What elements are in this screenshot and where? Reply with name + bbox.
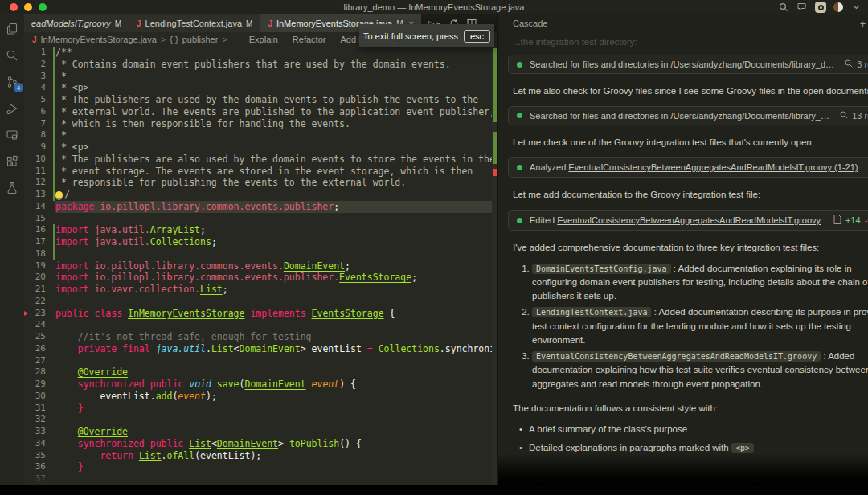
- git-removed-marker: [24, 311, 28, 316]
- tool-call-card[interactable]: Edited EventualConsistencyBetweenAggrega…: [508, 210, 868, 231]
- code-text: /**: [55, 47, 497, 59]
- code-line: 35 return List.ofAll(eventList);: [24, 450, 497, 462]
- search-result-icon: [840, 111, 848, 121]
- code-text: * external world. The events are publish…: [55, 106, 497, 118]
- remote-explorer-icon[interactable]: [4, 127, 20, 143]
- code-line: 34 synchronized public List<DomainEvent>…: [24, 438, 497, 450]
- document-icon[interactable]: [833, 215, 841, 226]
- extensions-icon[interactable]: [4, 153, 20, 170]
- line-number: 11: [24, 166, 53, 178]
- code-line: 2 * Contains domain event publishers tha…: [24, 59, 497, 71]
- file-link[interactable]: EventualConsistencyBetweenAggregatesAndR…: [557, 215, 821, 225]
- line-number: 9: [24, 141, 53, 153]
- minimize-window-button[interactable]: [24, 3, 32, 11]
- code-line: 4 * <p>: [24, 82, 497, 94]
- avatar[interactable]: [833, 2, 843, 12]
- code-line: 15: [24, 213, 497, 225]
- tool-call-card[interactable]: Analyzed EventualConsistencyBetweenAggre…: [508, 157, 868, 178]
- code-line: 26 private final java.util.List<DomainEv…: [24, 343, 497, 355]
- java-file-icon: J: [32, 35, 37, 44]
- code-text: eventList.add(event);: [55, 391, 497, 403]
- run-debug-icon[interactable]: [4, 100, 20, 117]
- status-dot-icon: [517, 62, 522, 68]
- code-line: 22: [24, 296, 497, 308]
- line-number: 19: [24, 260, 53, 272]
- tab-readmodelsit-groovy[interactable]: eadModelsIT.groovy M: [24, 14, 129, 32]
- symbol-icon: { }: [170, 35, 178, 44]
- lightbulb-icon[interactable]: [55, 191, 63, 198]
- chevron-down-icon[interactable]: [850, 2, 862, 13]
- app-logo[interactable]: [815, 2, 826, 13]
- window-controls: [10, 3, 47, 11]
- code-line: 13/: [24, 189, 497, 201]
- app-window: library_demo — InMemoryEventsStorage.jav…: [0, 0, 868, 495]
- lines-added: +14: [845, 215, 861, 225]
- code-line: 9 * <p>: [24, 141, 497, 153]
- search-result-icon: [845, 59, 853, 69]
- status-dot-icon: [517, 112, 522, 118]
- overview-ruler[interactable]: [492, 47, 497, 485]
- code-text: import io.pillopl.library.commons.events…: [55, 260, 497, 272]
- search-sidebar-icon[interactable]: [4, 47, 20, 63]
- tool-call-result: 13 results: [840, 111, 868, 121]
- source-control-icon[interactable]: 4: [4, 74, 20, 90]
- code-text: [55, 414, 497, 426]
- assistant-text-faded: ...the integration test directory:: [513, 37, 868, 47]
- code-text: * <p>: [55, 141, 497, 153]
- java-file-icon: J: [137, 19, 141, 28]
- breadcrumb-symbol[interactable]: publisher: [182, 35, 219, 44]
- panel-title: Cascade: [513, 18, 860, 28]
- line-number: 32: [24, 414, 53, 426]
- code-line: 31 }: [24, 403, 497, 415]
- files-icon[interactable]: [4, 21, 20, 37]
- tool-call-card[interactable]: Searched for files and directories in /U…: [508, 106, 868, 125]
- code-text: *: [55, 71, 497, 83]
- code-text: import io.vavr.collection.List;: [55, 284, 497, 296]
- code-line: 36 }: [24, 461, 497, 473]
- tool-call-card[interactable]: Searched for files and directories in /U…: [508, 55, 868, 74]
- numbered-list: DomainEventsTestConfig.java : Added docu…: [513, 262, 868, 391]
- explain-action[interactable]: Explain: [249, 35, 278, 44]
- assistant-text: The documentation follows a consistent s…: [513, 402, 868, 415]
- line-number: 17: [24, 236, 53, 248]
- code-editor[interactable]: 1/**2 * Contains domain event publishers…: [24, 47, 497, 485]
- line-number: 23: [24, 308, 53, 320]
- inline-code-chip: DomainEventsTestConfig.java: [532, 264, 671, 274]
- result-count: 3 results: [857, 59, 868, 69]
- breadcrumb-file[interactable]: InMemoryEventsStorage.java: [41, 35, 157, 44]
- inline-code-chip: <p>: [731, 443, 754, 453]
- titlebar: library_demo — InMemoryEventsStorage.jav…: [0, 0, 868, 14]
- tab-lendingtestcontext-java[interactable]: J LendingTestContext.java M: [129, 14, 260, 32]
- code-text: * The publishers are used by the domain …: [55, 94, 497, 106]
- line-number: 16: [24, 224, 53, 236]
- line-number: 10: [24, 153, 53, 166]
- code-text: [55, 248, 497, 260]
- new-chat-icon[interactable]: +: [860, 18, 866, 30]
- testing-icon[interactable]: [4, 180, 20, 196]
- code-line: 1/**: [24, 47, 497, 59]
- file-link[interactable]: EventualConsistencyBetweenAggregatesAndR…: [568, 162, 858, 172]
- code-line: 17import java.util.Collections;: [24, 236, 497, 248]
- feedback-icon[interactable]: [796, 2, 808, 13]
- assistant-text: I've added comprehensive documentation t…: [513, 241, 868, 255]
- code-text: [55, 296, 497, 308]
- line-number: 30: [24, 391, 53, 403]
- line-number: 3: [24, 71, 53, 83]
- search-icon[interactable]: [778, 2, 789, 13]
- status-dot-icon: [517, 218, 522, 223]
- fullscreen-window-button[interactable]: [39, 3, 47, 11]
- line-number: 15: [24, 213, 53, 225]
- refactor-action[interactable]: Refactor: [293, 35, 326, 44]
- close-window-button[interactable]: [10, 3, 18, 11]
- code-text: public class InMemoryEventsStorage imple…: [55, 308, 497, 320]
- code-line: 16import java.util.ArrayList;: [24, 224, 497, 236]
- lines-removed: -0: [865, 215, 868, 225]
- window-title: library_demo — InMemoryEventsStorage.jav…: [0, 2, 868, 12]
- code-line: 18: [24, 248, 497, 260]
- code-line: 19import io.pillopl.library.commons.even…: [24, 260, 497, 272]
- code-line: 20import io.pillopl.library.commons.even…: [24, 272, 497, 284]
- code-line: 29 synchronized public void save(DomainE…: [24, 378, 497, 391]
- code-text: synchronized public List<DomainEvent> to…: [55, 438, 497, 450]
- code-text: [55, 473, 497, 485]
- source-control-badge: 4: [14, 83, 23, 92]
